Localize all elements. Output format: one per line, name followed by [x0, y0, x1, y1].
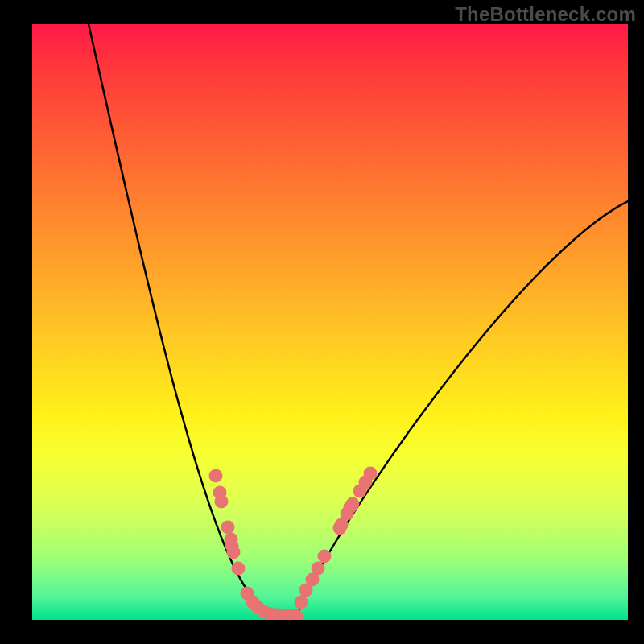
curve-marker — [209, 469, 223, 483]
curve-marker — [346, 497, 360, 511]
curve-marker — [215, 495, 229, 509]
curve-marker — [221, 521, 235, 535]
curve-marker — [312, 562, 325, 576]
chart-svg — [32, 24, 628, 620]
watermark-text: TheBottleneck.com — [455, 3, 636, 26]
v-curve — [89, 24, 628, 616]
curve-marker — [364, 467, 378, 481]
curve-markers — [209, 467, 378, 621]
curve-marker — [318, 550, 332, 564]
plot-area — [32, 24, 628, 620]
curve-marker — [295, 596, 308, 609]
curve-marker — [232, 562, 246, 576]
curve-marker — [227, 546, 241, 559]
chart-frame: TheBottleneck.com — [0, 0, 644, 644]
